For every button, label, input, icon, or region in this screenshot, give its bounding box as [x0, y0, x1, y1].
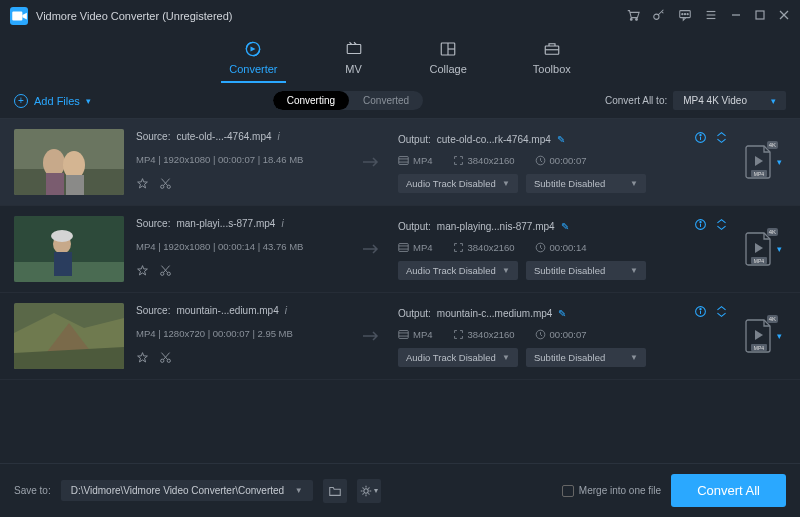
arrow-icon	[358, 129, 386, 195]
edit-effects-button[interactable]	[136, 351, 149, 367]
source-label: Source:	[136, 305, 170, 316]
tab-mv[interactable]: MV	[336, 40, 372, 83]
file-item[interactable]: Source: cute-old-...-4764.mp4 i MP4 | 19…	[0, 119, 800, 206]
open-folder-button[interactable]	[323, 479, 347, 503]
file-info-button[interactable]	[694, 131, 707, 147]
minimize-button[interactable]	[730, 9, 742, 24]
output-preset-dropdown[interactable]: MP4 4K Video ▾	[673, 91, 786, 110]
rename-button[interactable]: ✎	[557, 134, 565, 145]
add-files-button[interactable]: + Add Files ▾	[14, 94, 91, 108]
cart-icon[interactable]	[626, 8, 640, 25]
seg-converted[interactable]: Converted	[349, 91, 423, 110]
svg-point-25	[63, 151, 85, 179]
edit-effects-button[interactable]	[136, 177, 149, 193]
file-item[interactable]: Source: man-playi...s-877.mp4 i MP4 | 19…	[0, 206, 800, 293]
rename-button[interactable]: ✎	[561, 221, 569, 232]
quality-badge: 4K	[767, 315, 778, 323]
svg-point-48	[700, 221, 701, 222]
trim-button[interactable]	[159, 351, 172, 367]
arrow-icon	[358, 216, 386, 282]
chevron-down-icon: ▼	[630, 266, 638, 275]
audio-track-dropdown[interactable]: Audio Track Disabled▼	[398, 261, 518, 280]
svg-point-57	[167, 359, 170, 362]
key-icon[interactable]	[652, 8, 666, 25]
output-duration: 00:00:07	[550, 155, 587, 166]
file-info-button[interactable]	[694, 218, 707, 234]
svg-text:MP4: MP4	[754, 171, 765, 177]
svg-point-32	[700, 134, 701, 135]
save-path-dropdown[interactable]: D:\Vidmore\Vidmore Video Converter\Conve…	[61, 480, 313, 501]
subtitle-dropdown[interactable]: Subtitle Disabled▼	[526, 348, 646, 367]
merge-checkbox[interactable]: Merge into one file	[562, 485, 661, 497]
trim-button[interactable]	[159, 177, 172, 193]
source-label: Source:	[136, 131, 170, 142]
output-duration: 00:00:07	[550, 329, 587, 340]
output-filename: mountain-c...medium.mp4	[437, 308, 553, 319]
chevron-down-icon: ▼	[502, 353, 510, 362]
file-item[interactable]: Source: mountain-...edium.mp4 i MP4 | 12…	[0, 293, 800, 380]
convert-all-button[interactable]: Convert All	[671, 474, 786, 507]
toolbox-icon	[542, 40, 562, 58]
converter-icon	[243, 40, 263, 58]
output-format: MP4	[413, 155, 433, 166]
settings-button[interactable]: ▾	[357, 479, 381, 503]
edit-effects-button[interactable]	[136, 264, 149, 280]
svg-point-45	[167, 272, 170, 275]
subtitle-dropdown[interactable]: Subtitle Disabled▼	[526, 261, 646, 280]
chevron-down-icon: ▾	[86, 96, 91, 106]
audio-track-dropdown[interactable]: Audio Track Disabled▼	[398, 348, 518, 367]
svg-point-1	[630, 18, 632, 20]
svg-point-29	[167, 185, 170, 188]
svg-rect-16	[347, 45, 361, 54]
file-info-button[interactable]	[694, 305, 707, 321]
svg-point-60	[700, 308, 701, 309]
chevron-down-icon: ▼	[502, 266, 510, 275]
source-meta: MP4 | 1920x1080 | 00:00:07 | 18.46 MB	[136, 154, 346, 165]
tab-toolbox[interactable]: Toolbox	[525, 40, 579, 83]
svg-point-6	[684, 13, 685, 14]
format-badge[interactable]: 4K MP4	[744, 318, 774, 354]
svg-rect-61	[399, 331, 408, 339]
compress-button[interactable]	[715, 218, 728, 234]
output-format: MP4	[413, 329, 433, 340]
format-dropdown-chevron[interactable]: ▾	[777, 331, 782, 341]
tab-collage-label: Collage	[430, 63, 467, 75]
source-filename: mountain-...edium.mp4	[176, 305, 278, 316]
seg-converting[interactable]: Converting	[273, 91, 349, 110]
compress-button[interactable]	[715, 305, 728, 321]
close-button[interactable]	[778, 9, 790, 24]
thumbnail[interactable]	[14, 216, 124, 282]
tab-converter[interactable]: Converter	[221, 40, 285, 83]
format-dropdown-chevron[interactable]: ▾	[777, 157, 782, 167]
menu-icon[interactable]	[704, 8, 718, 25]
maximize-button[interactable]	[754, 9, 766, 24]
svg-point-5	[682, 13, 683, 14]
output-label: Output:	[398, 221, 431, 232]
source-meta: MP4 | 1280x720 | 00:00:07 | 2.95 MB	[136, 328, 346, 339]
format-dropdown-chevron[interactable]: ▾	[777, 244, 782, 254]
format-badge[interactable]: 4K MP4	[744, 231, 774, 267]
thumbnail[interactable]	[14, 303, 124, 369]
audio-track-dropdown[interactable]: Audio Track Disabled▼	[398, 174, 518, 193]
save-path-value: D:\Vidmore\Vidmore Video Converter\Conve…	[71, 485, 284, 496]
svg-rect-12	[756, 11, 764, 19]
svg-rect-0	[12, 12, 22, 21]
rename-button[interactable]: ✎	[558, 308, 566, 319]
svg-rect-26	[46, 173, 64, 195]
chevron-down-icon: ▼	[630, 179, 638, 188]
info-icon[interactable]: i	[281, 218, 283, 229]
format-badge[interactable]: 4K MP4	[744, 144, 774, 180]
thumbnail[interactable]	[14, 129, 124, 195]
collage-icon	[438, 40, 458, 58]
output-label: Output:	[398, 308, 431, 319]
info-icon[interactable]: i	[278, 131, 280, 142]
svg-point-44	[161, 272, 164, 275]
feedback-icon[interactable]	[678, 8, 692, 25]
tab-collage[interactable]: Collage	[422, 40, 475, 83]
info-icon[interactable]: i	[285, 305, 287, 316]
app-title: Vidmore Video Converter (Unregistered)	[36, 10, 626, 22]
subtitle-dropdown[interactable]: Subtitle Disabled▼	[526, 174, 646, 193]
trim-button[interactable]	[159, 264, 172, 280]
svg-text:MP4: MP4	[754, 345, 765, 351]
compress-button[interactable]	[715, 131, 728, 147]
